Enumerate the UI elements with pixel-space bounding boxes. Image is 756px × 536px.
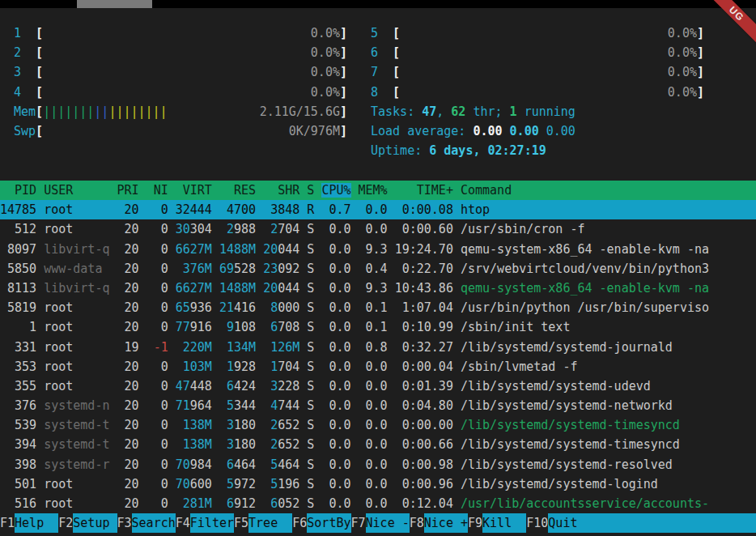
meter-value: 0.0% xyxy=(311,65,340,79)
process-row[interactable]: 8097 libvirt-q 20 0 6627M 1488M 20044 S … xyxy=(0,240,756,259)
terminal-screen: 1 [0.0%]2 [0.0%]3 [0.0%]4 [0.0%]Mem[||||… xyxy=(0,0,756,536)
cpu-meter-2: 2 [0.0%] xyxy=(14,43,347,62)
column-header-command[interactable]: Command xyxy=(461,183,512,198)
uptime: Uptime: 6 days, 02:27:19 xyxy=(371,141,704,160)
process-row[interactable]: 5819 root 20 0 65936 21416 8000 S 0.0 0.… xyxy=(0,298,756,317)
meter-value: 0.0% xyxy=(311,85,340,100)
fkey-f4[interactable]: F4 xyxy=(176,513,190,533)
process-row[interactable]: 501 root 20 0 70600 5972 5196 S 0.0 0.0 … xyxy=(0,474,756,494)
fkey-label-search[interactable]: Search xyxy=(132,513,176,533)
meter-column-right: 5 [0.0%]6 [0.0%]7 [0.0%]8 [0.0%]Tasks: 4… xyxy=(371,23,704,160)
process-row[interactable]: 5850 www-data 20 0 376M 69528 23092 S 0.… xyxy=(0,259,756,279)
fkey-label-help[interactable]: Help xyxy=(15,513,58,533)
column-header-pri[interactable]: PRI xyxy=(117,183,139,198)
process-row[interactable]: 355 root 20 0 47448 6424 3228 S 0.0 0.0 … xyxy=(0,376,756,396)
mem-meter: Mem[|||||||||||||||||2.11G/15.6G] xyxy=(14,102,347,121)
process-row[interactable]: 14785 root 20 0 32444 4700 3848 R 0.7 0.… xyxy=(0,200,756,219)
column-header-ni[interactable]: NI xyxy=(147,183,168,198)
process-row[interactable]: 1 root 20 0 77916 9108 6708 S 0.0 0.1 0:… xyxy=(0,317,756,337)
function-key-bar: F1Help F2Setup F3SearchF4FilterF5Tree F6… xyxy=(0,513,756,533)
fkey-f6[interactable]: F6 xyxy=(292,513,307,533)
cpu-meter-8: 8 [0.0%] xyxy=(371,83,704,102)
column-header-user[interactable]: USER xyxy=(44,183,109,198)
process-row[interactable]: 539 systemd-t 20 0 138M 3180 2652 S 0.0 … xyxy=(0,415,756,435)
meter-column-left: 1 [0.0%]2 [0.0%]3 [0.0%]4 [0.0%]Mem[||||… xyxy=(14,23,347,141)
cpu-meter-5: 5 [0.0%] xyxy=(371,23,704,43)
fkey-f2[interactable]: F2 xyxy=(58,513,73,533)
meter-value: 0.0% xyxy=(668,85,697,100)
fkey-label-quit[interactable]: Quit xyxy=(548,513,756,533)
column-header-time[interactable]: TIME+ xyxy=(395,183,453,198)
cpu-meter-7: 7 [0.0%] xyxy=(371,62,704,82)
process-row[interactable]: 398 systemd-r 20 0 70984 6464 5464 S 0.0… xyxy=(0,455,756,474)
cpu-meter-3: 3 [0.0%] xyxy=(14,62,347,82)
column-header-cpu[interactable]: CPU% xyxy=(321,183,350,198)
swap-meter: Swp[0K/976M] xyxy=(14,121,347,141)
fkey-label-filter[interactable]: Filter xyxy=(190,513,234,533)
process-row[interactable]: 376 systemd-n 20 0 71964 5344 4744 S 0.0… xyxy=(0,396,756,415)
fkey-label-sortby[interactable]: SortBy xyxy=(307,513,350,533)
window-top-strip xyxy=(0,0,756,8)
cpu-meter-4: 4 [0.0%] xyxy=(14,83,347,102)
load-average: Load average: 0.00 0.00 0.00 xyxy=(371,121,704,141)
cpu-meter-6: 6 [0.0%] xyxy=(371,43,704,62)
fkey-f1[interactable]: F1 xyxy=(0,513,15,533)
column-header-shr[interactable]: SHR xyxy=(263,183,299,198)
column-header-mem[interactable]: MEM% xyxy=(359,183,388,198)
fkey-f10[interactable]: F10 xyxy=(526,513,548,533)
fkey-f7[interactable]: F7 xyxy=(351,513,366,533)
window-tab[interactable] xyxy=(77,0,152,8)
meter-value: 0.0% xyxy=(311,45,340,60)
column-header-s[interactable]: S xyxy=(307,183,314,198)
column-header-res[interactable]: RES xyxy=(219,183,256,198)
process-row[interactable]: 512 root 20 0 30304 2988 2704 S 0.0 0.0 … xyxy=(0,219,756,239)
meter-value: 2.11G/15.6G xyxy=(260,104,340,119)
meter-value: 0K/976M xyxy=(289,124,340,138)
fkey-label-nice-+[interactable]: Nice + xyxy=(424,513,468,533)
meter-value: 0.0% xyxy=(668,65,697,79)
fkey-f3[interactable]: F3 xyxy=(117,513,132,533)
fkey-f8[interactable]: F8 xyxy=(410,513,424,533)
meter-value: 0.0% xyxy=(668,26,697,40)
fkey-f9[interactable]: F9 xyxy=(468,513,482,533)
process-row[interactable]: 331 root 19 -1 220M 134M 126M S 0.0 0.8 … xyxy=(0,338,756,357)
table-header: PID USER PRI NI VIRT RES SHR S CPU% MEM%… xyxy=(0,181,756,200)
process-row[interactable]: 516 root 20 0 281M 6912 6052 S 0.0 0.0 0… xyxy=(0,494,756,513)
cpu-meter-1: 1 [0.0%] xyxy=(14,23,347,43)
process-row[interactable]: 8113 libvirt-q 20 0 6627M 1488M 20044 S … xyxy=(0,279,756,298)
fkey-f5[interactable]: F5 xyxy=(234,513,248,533)
process-row[interactable]: 394 systemd-t 20 0 138M 3180 2652 S 0.0 … xyxy=(0,435,756,454)
fkey-label-kill[interactable]: Kill xyxy=(482,513,526,533)
column-header-virt[interactable]: VIRT xyxy=(176,183,212,198)
meter-value: 0.0% xyxy=(668,45,697,60)
column-header-pid[interactable]: PID xyxy=(0,183,36,198)
fkey-label-nice--[interactable]: Nice - xyxy=(366,513,410,533)
meter-value: 0.0% xyxy=(311,26,340,40)
process-list: 14785 root 20 0 32444 4700 3848 R 0.7 0.… xyxy=(0,200,756,513)
process-row[interactable]: 353 root 20 0 103M 1928 1704 S 0.0 0.0 0… xyxy=(0,357,756,376)
tasks-summary: Tasks: 47, 62 thr; 1 running xyxy=(371,102,704,121)
fkey-label-setup[interactable]: Setup xyxy=(73,513,117,533)
fkey-label-tree[interactable]: Tree xyxy=(248,513,292,533)
